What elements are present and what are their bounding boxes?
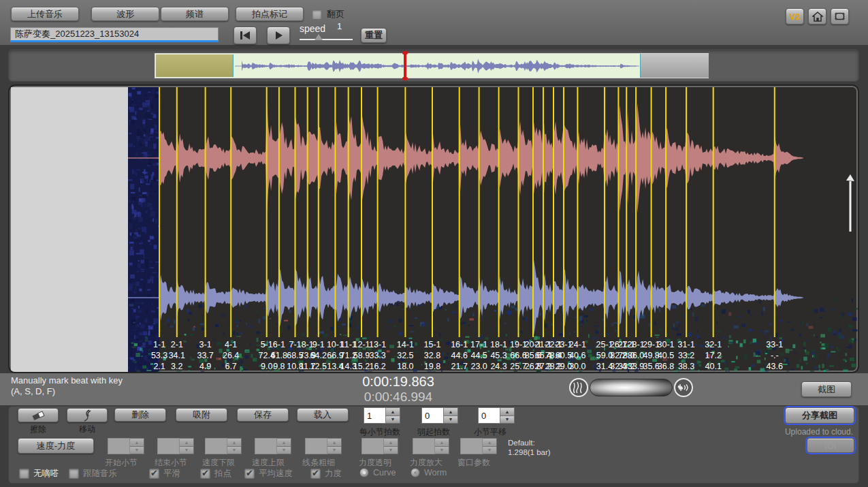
skip-back-button[interactable] — [234, 27, 257, 44]
checkbox-拍点[interactable] — [200, 469, 210, 479]
beat-label[interactable]: 13-1 33.3 16.2 — [369, 339, 386, 372]
spin-up-icon[interactable]: ▲ — [500, 408, 514, 416]
speed-slider-track[interactable] — [300, 39, 353, 40]
tempo-dynamics-button[interactable]: 速度-力度 — [18, 438, 94, 454]
spin-down-icon[interactable]: ▼ — [444, 416, 457, 424]
beat-label[interactable]: 17-1 44.5 23.0 — [470, 339, 487, 372]
spin-down-icon[interactable]: ▼ — [384, 447, 398, 454]
speed-slider-thumb[interactable] — [315, 34, 323, 40]
beat-mark-button[interactable]: 拍点标记 — [236, 7, 304, 21]
spin-down-icon[interactable]: ▼ — [386, 416, 400, 424]
radio-Curve[interactable] — [359, 468, 369, 477]
load-button[interactable]: 载入 — [297, 408, 349, 422]
beat-label[interactable]: 33-1 -.- 43.6 — [766, 339, 783, 372]
stepper-value[interactable] — [305, 438, 327, 454]
beat-label[interactable]: 16-1 44.6 21.7 — [451, 339, 468, 372]
play-button[interactable] — [267, 27, 290, 44]
beat-label[interactable]: 2-1 34.1 3.2 — [169, 339, 185, 372]
spin-up-icon[interactable]: ▲ — [327, 439, 341, 447]
stepper-value[interactable] — [364, 407, 386, 424]
radio-Worm[interactable] — [411, 468, 420, 477]
stepper-弱起拍数: ▲▼ — [421, 407, 458, 424]
spin-up-icon[interactable]: ▲ — [227, 439, 241, 447]
stepper-label: 窗口参数 — [457, 457, 490, 469]
stepper-spin: ▲▼ — [386, 407, 400, 424]
stepper-value[interactable] — [460, 438, 483, 454]
checkbox-无嘀嗒[interactable] — [19, 469, 29, 479]
page-turn-checkbox[interactable] — [312, 10, 322, 20]
volume-slider[interactable] — [590, 379, 673, 396]
stepper-label: 线条粗细 — [302, 457, 335, 469]
spin-up-icon[interactable]: ▲ — [386, 408, 400, 416]
beat-label[interactable]: 18-1 45.3 24.3 — [490, 339, 507, 372]
skip-back-icon — [239, 31, 251, 40]
screenshot-button[interactable]: 截图 — [801, 381, 852, 397]
spin-down-icon[interactable]: ▼ — [435, 447, 449, 454]
beat-label[interactable]: 28-1 86.0 33.9 — [628, 339, 645, 372]
stepper-value[interactable] — [421, 407, 444, 424]
save-button[interactable]: 保存 — [237, 408, 289, 422]
top-channel-waveform — [159, 103, 802, 213]
snap-button[interactable]: 吸附 — [176, 408, 227, 422]
spin-down-icon[interactable]: ▼ — [500, 416, 514, 424]
beat-label[interactable]: 32-1 17.2 40.1 — [705, 339, 722, 372]
stepper-spin: ▲▼ — [483, 438, 497, 454]
upload-music-button[interactable]: 上传音乐 — [11, 7, 79, 21]
option-平均速度: 平均速度 — [244, 468, 293, 480]
stepper-value[interactable] — [361, 438, 384, 454]
beat-label[interactable]: 14-1 32.5 18.0 — [397, 339, 414, 372]
spin-up-icon[interactable]: ▲ — [180, 439, 193, 447]
filename-input[interactable] — [10, 27, 219, 42]
checkbox-跟随音乐[interactable] — [69, 469, 79, 479]
delete-button[interactable]: 删除 — [114, 408, 166, 422]
beat-label[interactable]: 6-1 61.8 9.8 — [271, 339, 287, 372]
stepper-value[interactable] — [478, 407, 500, 424]
beat-label[interactable]: 9-1 64.2 12.5 — [310, 339, 327, 372]
beat-label[interactable]: 30-1 40.5 36.8 — [658, 339, 675, 372]
beat-label[interactable]: 1-1 53.3 2.1 — [151, 339, 167, 372]
stepper-value[interactable] — [157, 438, 180, 454]
spin-up-icon[interactable]: ▲ — [444, 408, 457, 416]
v2-button[interactable]: V2 — [786, 8, 804, 25]
spin-up-icon[interactable]: ▲ — [130, 439, 144, 447]
beat-label[interactable]: 24-1 40.6 30.0 — [569, 339, 586, 372]
beat-label[interactable]: 3-1 33.7 4.9 — [197, 339, 213, 372]
spin-up-icon[interactable]: ▲ — [483, 439, 496, 447]
beat-label[interactable]: 12-1 58.9 15.2 — [353, 339, 370, 372]
spin-down-icon[interactable]: ▼ — [483, 447, 496, 454]
waveform-icon — [677, 382, 690, 393]
stepper-value[interactable] — [413, 438, 435, 454]
beat-label[interactable]: 15-1 32.8 19.8 — [424, 339, 441, 372]
waveform-button[interactable]: 波形 — [91, 7, 159, 21]
overview-strip[interactable] — [155, 53, 709, 78]
beat-label[interactable]: 31-1 33.2 38.3 — [678, 339, 695, 372]
spectrum-button[interactable]: 频谱 — [161, 7, 229, 21]
move-tool-button[interactable] — [67, 408, 108, 422]
checkbox-平均速度[interactable] — [244, 469, 255, 479]
spin-down-icon[interactable]: ▼ — [227, 447, 241, 454]
spin-up-icon[interactable]: ▲ — [435, 439, 449, 447]
spin-down-icon[interactable]: ▼ — [327, 447, 341, 454]
spectrogram-area[interactable]: 1-1 53.3 2.12-1 34.1 3.23-1 33.7 4.94-1 … — [128, 87, 858, 373]
spin-down-icon[interactable]: ▼ — [277, 447, 291, 454]
spin-down-icon[interactable]: ▼ — [130, 447, 144, 454]
wave-loud-icon[interactable] — [674, 378, 693, 397]
ioi-button[interactable]: IOI — [807, 438, 854, 453]
stepper-value[interactable] — [205, 438, 227, 454]
fullscreen-button[interactable] — [831, 8, 849, 25]
checkbox-力度[interactable] — [310, 469, 321, 479]
share-screenshot-button[interactable]: 分享截图 — [785, 407, 854, 424]
scale-handle-icon[interactable] — [844, 172, 856, 233]
checkbox-平滑[interactable] — [149, 469, 159, 479]
spin-down-icon[interactable]: ▼ — [180, 447, 193, 454]
stepper-value[interactable] — [108, 438, 130, 454]
home-button[interactable] — [808, 8, 826, 25]
erase-tool-button[interactable] — [18, 408, 59, 422]
wave-quiet-icon[interactable] — [569, 378, 588, 397]
spin-up-icon[interactable]: ▲ — [277, 439, 291, 447]
overview-playhead[interactable] — [404, 51, 406, 80]
stepper-value[interactable] — [255, 438, 277, 454]
beat-label[interactable]: 4-1 26.4 6.7 — [223, 339, 239, 372]
spin-up-icon[interactable]: ▲ — [384, 439, 398, 447]
reset-button[interactable]: 重置 — [361, 28, 387, 43]
